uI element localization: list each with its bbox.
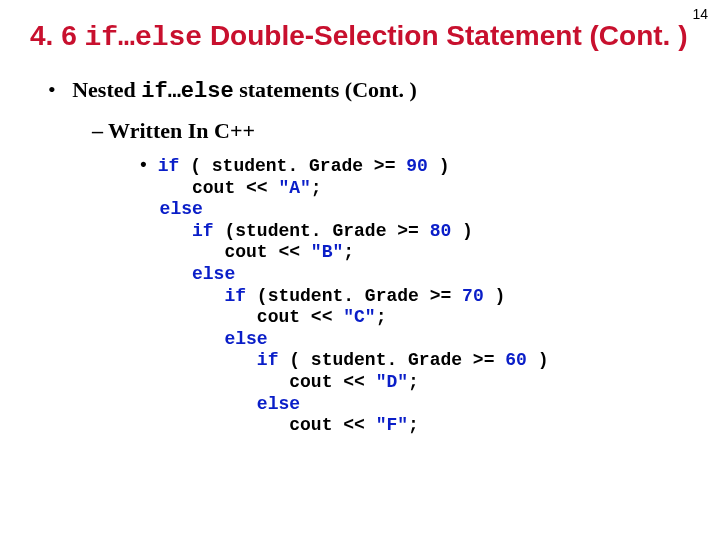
- code-text: ): [527, 350, 549, 370]
- code-kw: if: [192, 221, 214, 241]
- code-kw: if: [224, 286, 246, 306]
- code-text: [160, 394, 257, 414]
- code-str: "A": [278, 178, 310, 198]
- code-kw: else: [224, 329, 267, 349]
- code-text: (student. Grade >=: [246, 286, 462, 306]
- code-text: cout <<: [160, 242, 311, 262]
- slide-title: 4. 6 if…else Double-Selection Statement …: [30, 18, 690, 55]
- title-suffix: Double-Selection Statement (Cont. ): [202, 20, 687, 51]
- code-kw: if: [257, 350, 279, 370]
- code-text: [160, 221, 192, 241]
- code-text: [160, 286, 225, 306]
- code-text: ;: [376, 307, 387, 327]
- bullet1-mono: if…else: [141, 79, 233, 104]
- code-text: ;: [408, 415, 419, 435]
- code-text: ): [428, 156, 450, 176]
- bullet1-prefix: Nested: [72, 77, 141, 102]
- bullet-dot-icon: •: [48, 77, 72, 103]
- code-num: 90: [406, 156, 428, 176]
- bullet-dot-icon: •: [138, 156, 158, 178]
- code-kw: if: [158, 156, 180, 176]
- code-text: ): [484, 286, 506, 306]
- code-str: "B": [311, 242, 343, 262]
- code-text: ): [451, 221, 473, 241]
- code-text: ;: [408, 372, 419, 392]
- code-text: ( student. Grade >=: [179, 156, 406, 176]
- code-kw: else: [192, 264, 235, 284]
- code-num: 70: [462, 286, 484, 306]
- code-text: [160, 329, 225, 349]
- title-mono: if…else: [84, 22, 202, 53]
- code-text: cout <<: [160, 372, 376, 392]
- code-text: cout <<: [160, 307, 344, 327]
- code-text: [160, 350, 257, 370]
- title-prefix: 4. 6: [30, 20, 84, 51]
- code-kw: else: [257, 394, 300, 414]
- bullet2-text: Written In C++: [108, 118, 255, 143]
- code-text: ;: [311, 178, 322, 198]
- code-str: "D": [376, 372, 408, 392]
- code-kw: else: [160, 199, 203, 219]
- code-str: "F": [376, 415, 408, 435]
- bullet1-suffix: statements (Cont. ): [234, 77, 417, 102]
- code-num: 60: [505, 350, 527, 370]
- code-text: [160, 264, 192, 284]
- code-text: ( student. Grade >=: [278, 350, 505, 370]
- code-text: cout <<: [160, 415, 376, 435]
- code-block: • if ( student. Grade >= 90 ) cout << "A…: [138, 156, 690, 437]
- code-num: 80: [430, 221, 452, 241]
- code-text: ;: [343, 242, 354, 262]
- code-str: "C": [343, 307, 375, 327]
- page-number: 14: [692, 6, 708, 22]
- bullet-level-1: •Nested if…else statements (Cont. ): [48, 77, 690, 104]
- slide: 14 4. 6 if…else Double-Selection Stateme…: [0, 0, 720, 540]
- code-text: cout <<: [160, 178, 279, 198]
- code-text: (student. Grade >=: [214, 221, 430, 241]
- bullet-level-2: – Written In C++: [92, 118, 690, 144]
